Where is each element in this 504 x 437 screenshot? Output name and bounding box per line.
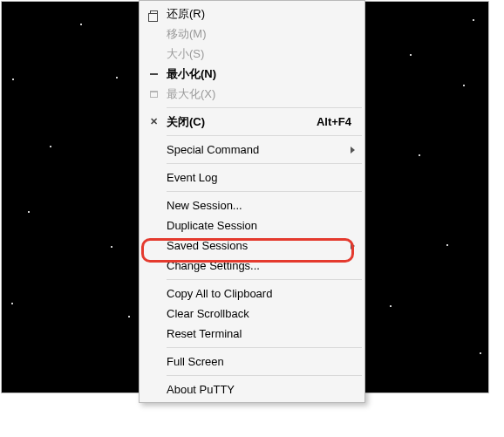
menu-saved-sessions[interactable]: Saved Sessions: [140, 236, 364, 256]
menu-label: Saved Sessions: [167, 239, 364, 252]
menu-special-command[interactable]: Special Command: [140, 140, 364, 160]
menu-label: Change Settings...: [167, 259, 364, 272]
menu-change-settings[interactable]: Change Settings...: [140, 256, 364, 276]
menu-label: 还原(R): [167, 6, 364, 22]
menu-label: Special Command: [167, 143, 364, 156]
menu-label: Reset Terminal: [167, 327, 364, 340]
menu-label: 大小(S): [167, 46, 364, 62]
menu-size: 大小(S): [140, 44, 364, 64]
menu-separator: [167, 163, 362, 164]
close-icon: ✕: [140, 117, 167, 126]
menu-label: 关闭(C): [167, 114, 317, 130]
menu-full-screen[interactable]: Full Screen: [140, 352, 364, 372]
menu-event-log[interactable]: Event Log: [140, 167, 364, 188]
menu-separator: [167, 279, 362, 280]
submenu-arrow-icon: [351, 147, 355, 154]
restore-icon: [140, 10, 167, 17]
menu-accelerator: Alt+F4: [317, 115, 364, 128]
menu-restore[interactable]: 还原(R): [140, 3, 364, 24]
menu-maximize: 最大化(X): [140, 84, 364, 104]
menu-clear-scrollback[interactable]: Clear Scrollback: [140, 304, 364, 324]
menu-copy-all[interactable]: Copy All to Clipboard: [140, 283, 364, 304]
menu-separator: [167, 135, 362, 136]
menu-label: Clear Scrollback: [167, 307, 364, 320]
menu-separator: [167, 191, 362, 192]
menu-label: Event Log: [167, 171, 364, 184]
menu-minimize[interactable]: 最小化(N): [140, 64, 364, 84]
menu-new-session[interactable]: New Session...: [140, 195, 364, 215]
menu-separator: [167, 375, 362, 376]
menu-label: Duplicate Session: [167, 219, 364, 232]
menu-separator: [167, 347, 362, 348]
maximize-icon: [140, 91, 167, 98]
menu-label: New Session...: [167, 199, 364, 212]
menu-close[interactable]: ✕ 关闭(C) Alt+F4: [140, 112, 364, 132]
menu-label: About PuTTY: [167, 383, 364, 396]
menu-reset-terminal[interactable]: Reset Terminal: [140, 324, 364, 344]
menu-label: Full Screen: [167, 355, 364, 368]
menu-label: 最小化(N): [167, 66, 364, 82]
minimize-icon: [140, 73, 167, 75]
menu-label: 最大化(X): [167, 86, 364, 102]
menu-separator: [167, 107, 362, 108]
menu-move: 移动(M): [140, 24, 364, 44]
menu-label: Copy All to Clipboard: [167, 287, 364, 300]
menu-label: 移动(M): [167, 26, 364, 42]
menu-duplicate-session[interactable]: Duplicate Session: [140, 215, 364, 236]
submenu-arrow-icon: [351, 242, 355, 249]
menu-about[interactable]: About PuTTY: [140, 379, 364, 399]
system-menu: 还原(R) 移动(M) 大小(S) 最小化(N) 最大化(X) ✕ 关闭(C) …: [139, 0, 365, 403]
